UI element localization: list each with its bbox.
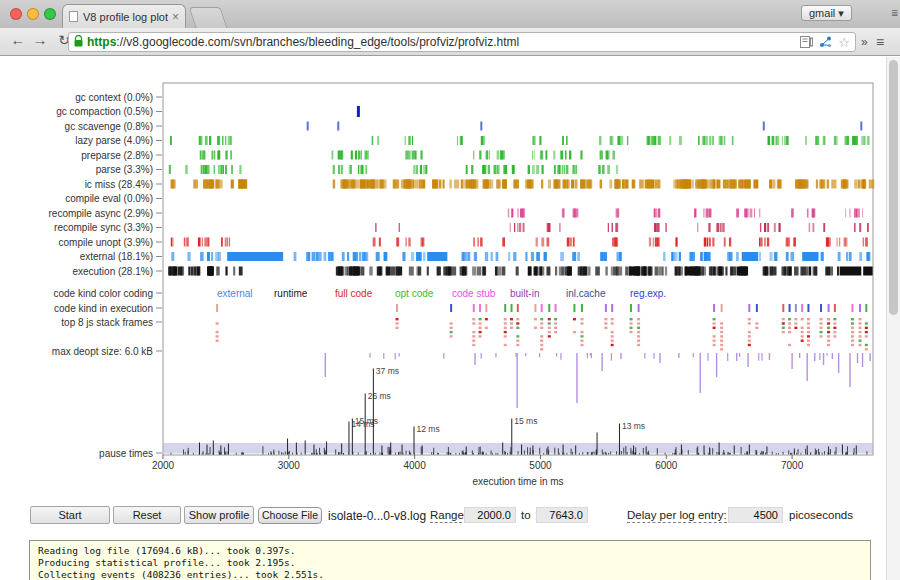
pause-annotation: 26 ms bbox=[368, 391, 391, 401]
row-strip bbox=[170, 180, 874, 189]
range-from-input[interactable] bbox=[464, 507, 516, 523]
tab-title: V8 profile log plotter bbox=[83, 11, 168, 23]
browser-tab[interactable]: V8 profile log plotter × bbox=[62, 4, 186, 28]
delay-label: Delay per log entry: bbox=[627, 509, 727, 523]
range-to-word: to bbox=[521, 509, 531, 521]
row-label: execution (28.1%) bbox=[72, 266, 153, 277]
x-axis-title: execution time in ms bbox=[472, 476, 563, 487]
legend-item: built-in bbox=[510, 288, 539, 299]
row-label: compile unopt (3.9%) bbox=[59, 237, 154, 248]
forward-button[interactable]: → bbox=[30, 31, 50, 48]
row-label: gc context (0.0%) bbox=[75, 92, 153, 103]
row-strip bbox=[200, 151, 615, 160]
url-text: ://v8.googlecode.com/svn/branches/bleedi… bbox=[116, 35, 800, 49]
pause-annotation: 15 ms bbox=[355, 416, 378, 426]
x-tick-label: 5000 bbox=[529, 460, 552, 471]
legend-item: opt code bbox=[395, 288, 434, 299]
legend-item: external bbox=[217, 288, 253, 299]
row-strip bbox=[169, 165, 618, 174]
profile-switcher-button[interactable]: gmail ▾ bbox=[801, 5, 852, 21]
row-strip bbox=[508, 209, 863, 218]
scrollbar-thumb[interactable] bbox=[889, 60, 898, 315]
back-button[interactable]: ← bbox=[8, 31, 28, 48]
x-tick-label: 3000 bbox=[278, 460, 301, 471]
browser-toolbar: ← → ↻ https ://v8.googlecode.com/svn/bra… bbox=[0, 28, 900, 56]
window-zoom-button[interactable] bbox=[44, 8, 56, 20]
tab-strip: V8 profile log plotter × gmail ▾ ≣ bbox=[0, 0, 900, 28]
row-label: lazy parse (4.0%) bbox=[75, 135, 153, 146]
row-label: parse (3.3%) bbox=[96, 164, 153, 175]
window-close-button[interactable] bbox=[10, 8, 22, 20]
row-strip bbox=[171, 238, 868, 247]
range-to-input[interactable] bbox=[536, 507, 588, 523]
start-button[interactable]: Start bbox=[30, 506, 110, 524]
pause-annotation: 15 ms bbox=[514, 416, 537, 426]
row-label: code kind in execution bbox=[54, 303, 153, 314]
row-label: max deopt size: 6.0 kB bbox=[52, 346, 153, 357]
row-label: top 8 js stack frames bbox=[61, 317, 153, 328]
log-output[interactable]: Reading log file (17694.6 kB)... took 0.… bbox=[29, 540, 871, 580]
reading-list-icon[interactable] bbox=[800, 36, 813, 48]
show-profile-button[interactable]: Show profile bbox=[184, 506, 254, 524]
row-label: gc scavenge (0.8%) bbox=[65, 121, 153, 132]
row-strip bbox=[168, 267, 873, 276]
page-icon bbox=[69, 11, 78, 22]
legend-item: full code bbox=[335, 288, 373, 299]
x-tick-label: 4000 bbox=[404, 460, 427, 471]
row-label: gc compaction (0.5%) bbox=[56, 106, 153, 117]
reset-button[interactable]: Reset bbox=[113, 506, 181, 524]
row-label: recompile sync (3.3%) bbox=[54, 222, 153, 233]
controls-bar: Start Reset Show profile Choose File iso… bbox=[0, 504, 886, 530]
row-label: preparse (2.8%) bbox=[81, 150, 153, 161]
pause-annotation: 12 ms bbox=[417, 424, 440, 434]
extension-icon[interactable] bbox=[819, 36, 832, 48]
url-scheme: https bbox=[87, 35, 116, 49]
row-strip bbox=[375, 223, 869, 232]
row-strip bbox=[307, 122, 863, 131]
delay-input[interactable] bbox=[728, 507, 783, 523]
row-strip bbox=[170, 136, 870, 145]
legend-item: runtime bbox=[274, 288, 308, 299]
window-corner-icon: ≣ bbox=[891, 8, 899, 18]
x-tick-label: 7000 bbox=[781, 460, 804, 471]
row-label: compile eval (0.0%) bbox=[65, 193, 153, 204]
row-label: code kind color coding bbox=[53, 288, 153, 299]
row-label: pause times bbox=[99, 448, 153, 459]
bookmark-star-icon[interactable]: ☆ bbox=[838, 35, 850, 50]
tab-close-icon[interactable]: × bbox=[172, 10, 179, 24]
pause-annotation: 13 ms bbox=[622, 421, 645, 431]
new-tab-button[interactable] bbox=[189, 7, 228, 28]
row-label: ic miss (28.4%) bbox=[85, 179, 153, 190]
extensions-overflow-icon[interactable]: » bbox=[861, 35, 868, 49]
profile-plot: gc context (0.0%)gc compaction (0.5%)gc … bbox=[0, 57, 886, 502]
legend-item: inl.cache bbox=[566, 288, 606, 299]
row-label: external (18.1%) bbox=[80, 251, 153, 262]
chevron-down-icon: ▾ bbox=[838, 7, 844, 19]
legend-item: code stub bbox=[452, 288, 496, 299]
x-tick-label: 2000 bbox=[152, 460, 175, 471]
x-tick-label: 6000 bbox=[655, 460, 678, 471]
scrollbar[interactable] bbox=[886, 57, 900, 580]
pause-annotation: 37 ms bbox=[376, 366, 399, 376]
url-bar[interactable]: https ://v8.googlecode.com/svn/branches/… bbox=[68, 32, 856, 52]
selected-filename: isolate-0...0-v8.log bbox=[328, 509, 426, 523]
menu-icon[interactable]: ≡ bbox=[876, 34, 884, 50]
delay-unit: picoseconds bbox=[789, 509, 853, 521]
lock-icon bbox=[74, 35, 83, 50]
choose-file-button[interactable]: Choose File bbox=[258, 507, 322, 524]
range-label: Range: bbox=[430, 509, 467, 523]
row-strip bbox=[171, 252, 870, 261]
window-minimize-button[interactable] bbox=[27, 8, 39, 20]
row-strip bbox=[357, 106, 360, 117]
page-content: gc context (0.0%)gc compaction (0.5%)gc … bbox=[0, 57, 900, 580]
row-label: recompile async (2.9%) bbox=[49, 208, 153, 219]
legend-item: reg.exp. bbox=[630, 288, 666, 299]
